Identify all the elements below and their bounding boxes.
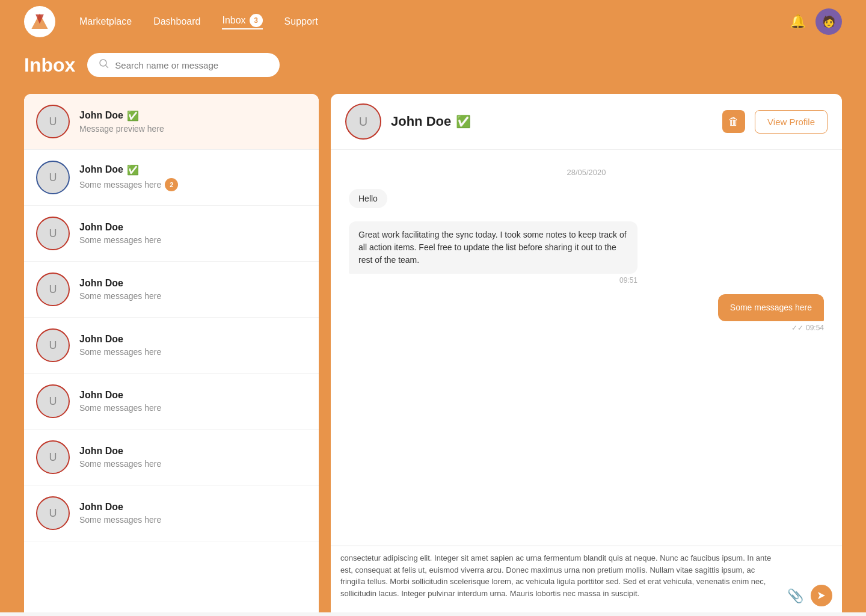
chat-input-area: consectetur adipiscing elit. Integer sit… [331, 546, 842, 612]
conv-info: John Doe ✅ Some messages here 2 [79, 164, 307, 191]
search-bar [87, 53, 280, 77]
conversation-item[interactable]: U John Doe ✅ Message preview here [24, 94, 319, 150]
conv-preview: Some messages here [79, 515, 307, 525]
conv-info: John Doe Some messages here [79, 222, 307, 245]
conversation-item[interactable]: U John Doe Some messages here [24, 374, 319, 430]
conversation-item[interactable]: U John Doe Some messages here [24, 206, 319, 262]
conversation-item[interactable]: U John Doe Some messages here [24, 318, 319, 374]
avatar: U [36, 105, 70, 138]
search-input[interactable] [115, 60, 268, 70]
message-time: 09:51 [349, 276, 637, 285]
bell-icon[interactable]: 🔔 [790, 14, 806, 29]
svg-line-3 [106, 66, 108, 68]
message-bubble: Some messages here [718, 294, 824, 321]
avatar: U [36, 384, 70, 418]
conversation-list: U John Doe ✅ Message preview here U John… [24, 94, 319, 612]
conv-preview: Some messages here 2 [79, 178, 307, 191]
inbox-header: Inbox [0, 43, 866, 94]
conv-info: John Doe Some messages here [79, 446, 307, 469]
avatar: U [36, 440, 70, 474]
conversation-item[interactable]: U John Doe ✅ Some messages here 2 [24, 150, 319, 206]
conv-info: John Doe Some messages here [79, 502, 307, 525]
nav-right: 🔔 🧑 [790, 8, 842, 35]
view-profile-button[interactable]: View Profile [755, 110, 828, 134]
conv-name: John Doe [79, 164, 123, 175]
read-receipt-icon: ✓✓ [791, 324, 803, 332]
message-input[interactable]: consectetur adipiscing elit. Integer sit… [340, 552, 780, 606]
conversation-item[interactable]: U John Doe Some messages here [24, 262, 319, 318]
message-received: Great work facilitating the sync today. … [349, 221, 637, 285]
unread-badge: 2 [165, 178, 178, 191]
conv-preview: Some messages here [79, 403, 307, 413]
message-time: ✓✓ 09:54 [791, 324, 824, 332]
user-avatar[interactable]: 🧑 [815, 8, 842, 35]
nav-dashboard[interactable]: Dashboard [153, 14, 200, 29]
date-divider: 28/05/2020 [349, 168, 824, 177]
chat-body: 28/05/2020 Hello Great work facilitating… [331, 150, 842, 546]
conv-preview: Some messages here [79, 347, 307, 357]
main-content: U John Doe ✅ Message preview here U John… [0, 94, 866, 612]
attach-icon[interactable]: 📎 [787, 588, 803, 604]
chat-avatar: U [345, 103, 381, 140]
search-icon [99, 59, 109, 71]
avatar: U [36, 161, 70, 194]
conv-name: John Doe [79, 502, 123, 513]
message-received: Hello [349, 189, 637, 212]
message-bubble: Great work facilitating the sync today. … [349, 221, 637, 274]
verified-icon: ✅ [127, 164, 139, 176]
chat-name: John Doe [391, 114, 451, 129]
conv-preview: Message preview here [79, 124, 307, 134]
avatar: U [36, 328, 70, 362]
message-sent: Some messages here ✓✓ 09:54 [349, 294, 824, 332]
chat-verified-icon: ✅ [456, 114, 471, 129]
conv-preview: Some messages here [79, 459, 307, 469]
svg-marker-4 [818, 592, 825, 599]
verified-icon: ✅ [127, 110, 139, 122]
conv-name: John Doe [79, 446, 123, 457]
nav-inbox[interactable]: Inbox 3 [222, 14, 262, 29]
avatar: U [36, 217, 70, 250]
send-button[interactable] [811, 585, 832, 606]
nav-links: Marketplace Dashboard Inbox 3 Support [79, 14, 766, 29]
chat-panel: U John Doe ✅ 🗑 View Profile 28/05/2020 H… [331, 94, 842, 612]
navbar: Marketplace Dashboard Inbox 3 Support 🔔 … [0, 0, 866, 43]
inbox-title: Inbox [24, 54, 75, 76]
nav-support[interactable]: Support [284, 14, 318, 29]
conv-name: John Doe [79, 110, 123, 121]
conv-preview: Some messages here [79, 291, 307, 301]
conv-preview: Some messages here [79, 235, 307, 245]
conv-info: John Doe Some messages here [79, 278, 307, 301]
conv-name: John Doe [79, 390, 123, 401]
avatar: U [36, 273, 70, 306]
delete-button[interactable]: 🗑 [722, 110, 745, 133]
nav-marketplace[interactable]: Marketplace [79, 14, 132, 29]
conv-name: John Doe [79, 334, 123, 345]
conv-info: John Doe Some messages here [79, 390, 307, 413]
logo[interactable] [24, 6, 55, 37]
avatar: U [36, 496, 70, 530]
conv-name: John Doe [79, 222, 123, 233]
conversation-item[interactable]: U John Doe Some messages here [24, 430, 319, 485]
message-bubble: Hello [349, 189, 387, 208]
conv-info: John Doe ✅ Message preview here [79, 110, 307, 134]
chat-header: U John Doe ✅ 🗑 View Profile [331, 94, 842, 150]
conv-info: John Doe Some messages here [79, 334, 307, 357]
chat-name-row: John Doe ✅ [391, 114, 713, 129]
inbox-badge: 3 [250, 14, 263, 27]
conv-name: John Doe [79, 278, 123, 289]
conversation-item[interactable]: U John Doe Some messages here [24, 485, 319, 541]
